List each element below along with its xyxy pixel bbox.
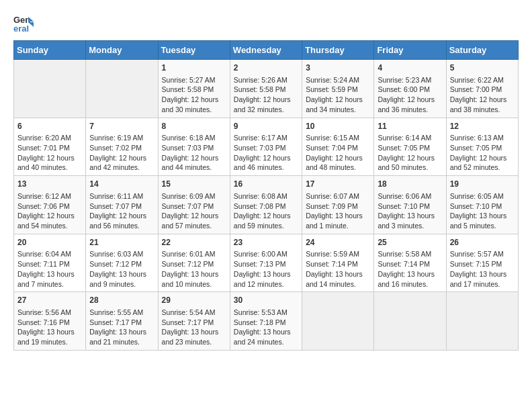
day-number: 1 — [162, 62, 226, 74]
cell-content: and 16 minutes. — [378, 279, 442, 289]
cell-content: and 12 minutes. — [234, 279, 298, 289]
header-row: SundayMondayTuesdayWednesdayThursdayFrid… — [14, 41, 519, 60]
cell-content: Sunset: 5:59 PM — [306, 85, 370, 95]
cell-content: Sunset: 7:15 PM — [450, 259, 515, 269]
calendar-cell: 30Sunrise: 5:53 AMSunset: 7:18 PMDayligh… — [230, 292, 302, 351]
cell-content: Daylight: 12 hours — [378, 153, 442, 163]
col-header-thursday: Thursday — [302, 41, 374, 60]
cell-content: and 30 minutes. — [162, 105, 226, 115]
calendar-cell: 9Sunrise: 6:17 AMSunset: 7:03 PMDaylight… — [230, 118, 302, 176]
day-number: 25 — [378, 237, 442, 248]
cell-content: Daylight: 13 hours — [450, 211, 515, 221]
calendar-cell — [14, 60, 86, 118]
calendar-cell: 16Sunrise: 6:08 AMSunset: 7:08 PMDayligh… — [230, 176, 302, 234]
cell-content: Sunset: 7:10 PM — [450, 201, 515, 212]
cell-content: Sunrise: 6:20 AM — [17, 133, 82, 143]
cell-content: Sunset: 7:03 PM — [234, 143, 298, 153]
cell-content: and 40 minutes. — [17, 163, 82, 173]
cell-content: Sunset: 7:06 PM — [17, 201, 82, 212]
cell-content: Sunset: 7:17 PM — [89, 318, 154, 328]
cell-content: Daylight: 12 hours — [17, 211, 82, 221]
cell-content: Sunset: 5:58 PM — [234, 85, 298, 95]
cell-content: and 50 minutes. — [378, 163, 442, 173]
calendar-cell: 10Sunrise: 6:15 AMSunset: 7:04 PMDayligh… — [302, 118, 374, 176]
cell-content: Sunset: 7:13 PM — [234, 259, 298, 269]
col-header-tuesday: Tuesday — [158, 41, 230, 60]
cell-content: and 52 minutes. — [450, 163, 515, 173]
cell-content: Sunrise: 6:08 AM — [234, 191, 298, 201]
cell-content: Sunrise: 6:01 AM — [162, 249, 226, 259]
cell-content: Sunrise: 5:24 AM — [306, 75, 370, 85]
cell-content: and 3 minutes. — [378, 221, 442, 231]
logo: Gen eral — [13, 13, 36, 34]
cell-content: and 44 minutes. — [162, 163, 226, 173]
cell-content: Sunrise: 6:12 AM — [17, 191, 82, 201]
day-number: 28 — [89, 295, 154, 306]
day-number: 6 — [17, 121, 82, 132]
day-number: 5 — [450, 62, 515, 74]
calendar-cell: 19Sunrise: 6:05 AMSunset: 7:10 PMDayligh… — [446, 176, 518, 234]
day-number: 30 — [234, 295, 298, 306]
calendar-cell: 20Sunrise: 6:04 AMSunset: 7:11 PMDayligh… — [14, 234, 86, 292]
cell-content: Sunrise: 5:27 AM — [162, 75, 226, 85]
calendar-cell: 28Sunrise: 5:55 AMSunset: 7:17 PMDayligh… — [86, 292, 158, 351]
cell-content: Daylight: 12 hours — [450, 95, 515, 105]
week-row: 27Sunrise: 5:56 AMSunset: 7:16 PMDayligh… — [14, 292, 519, 351]
cell-content: Daylight: 13 hours — [89, 269, 154, 279]
cell-content: Sunrise: 6:11 AM — [89, 191, 154, 201]
calendar-cell: 21Sunrise: 6:03 AMSunset: 7:12 PMDayligh… — [86, 234, 158, 292]
cell-content: Sunrise: 6:04 AM — [17, 249, 82, 259]
day-number: 21 — [89, 237, 154, 248]
col-header-sunday: Sunday — [14, 41, 86, 60]
cell-content: and 36 minutes. — [378, 105, 442, 115]
calendar-cell: 6Sunrise: 6:20 AMSunset: 7:01 PMDaylight… — [14, 118, 86, 176]
cell-content: Sunrise: 6:00 AM — [234, 249, 298, 259]
col-header-wednesday: Wednesday — [230, 41, 302, 60]
cell-content: Sunset: 6:00 PM — [378, 85, 442, 95]
calendar-cell — [374, 292, 446, 351]
cell-content: and 48 minutes. — [306, 163, 370, 173]
calendar-cell: 22Sunrise: 6:01 AMSunset: 7:12 PMDayligh… — [158, 234, 230, 292]
cell-content: Daylight: 13 hours — [306, 211, 370, 221]
day-number: 20 — [17, 237, 82, 248]
cell-content: Daylight: 13 hours — [378, 269, 442, 279]
cell-content: Daylight: 12 hours — [378, 95, 442, 105]
cell-content: Sunset: 7:08 PM — [234, 201, 298, 212]
cell-content: Daylight: 12 hours — [306, 95, 370, 105]
cell-content: Sunrise: 6:22 AM — [450, 75, 515, 85]
cell-content: and 5 minutes. — [450, 221, 515, 231]
cell-content: Sunset: 7:10 PM — [378, 201, 442, 212]
cell-content: Daylight: 13 hours — [17, 269, 82, 279]
cell-content: Sunrise: 6:15 AM — [306, 133, 370, 143]
day-number: 12 — [450, 121, 515, 132]
cell-content: Sunset: 7:17 PM — [162, 318, 226, 328]
cell-content: Sunrise: 6:13 AM — [450, 133, 515, 143]
day-number: 29 — [162, 295, 226, 306]
calendar-cell: 12Sunrise: 6:13 AMSunset: 7:05 PMDayligh… — [446, 118, 518, 176]
day-number: 3 — [306, 62, 370, 74]
cell-content: and 57 minutes. — [162, 221, 226, 231]
cell-content: Sunset: 7:04 PM — [306, 143, 370, 153]
cell-content: Sunrise: 5:58 AM — [378, 249, 442, 259]
cell-content: Daylight: 13 hours — [89, 327, 154, 337]
cell-content: and 1 minute. — [306, 221, 370, 231]
day-number: 16 — [234, 179, 298, 190]
cell-content: Daylight: 12 hours — [234, 95, 298, 105]
cell-content: Daylight: 13 hours — [378, 211, 442, 221]
cell-content: Sunrise: 5:53 AM — [234, 308, 298, 318]
cell-content: Sunset: 7:11 PM — [17, 259, 82, 269]
calendar-cell — [302, 292, 374, 351]
cell-content: and 19 minutes. — [17, 337, 82, 347]
week-row: 13Sunrise: 6:12 AMSunset: 7:06 PMDayligh… — [14, 176, 519, 234]
day-number: 22 — [162, 237, 226, 248]
calendar-cell: 13Sunrise: 6:12 AMSunset: 7:06 PMDayligh… — [14, 176, 86, 234]
cell-content: Daylight: 13 hours — [162, 327, 226, 337]
cell-content: Daylight: 13 hours — [306, 269, 370, 279]
week-row: 20Sunrise: 6:04 AMSunset: 7:11 PMDayligh… — [14, 234, 519, 292]
cell-content: and 59 minutes. — [234, 221, 298, 231]
cell-content: and 38 minutes. — [450, 105, 515, 115]
day-number: 18 — [378, 179, 442, 190]
cell-content: Sunrise: 6:05 AM — [450, 191, 515, 201]
calendar-cell — [86, 60, 158, 118]
cell-content: Sunset: 7:12 PM — [89, 259, 154, 269]
